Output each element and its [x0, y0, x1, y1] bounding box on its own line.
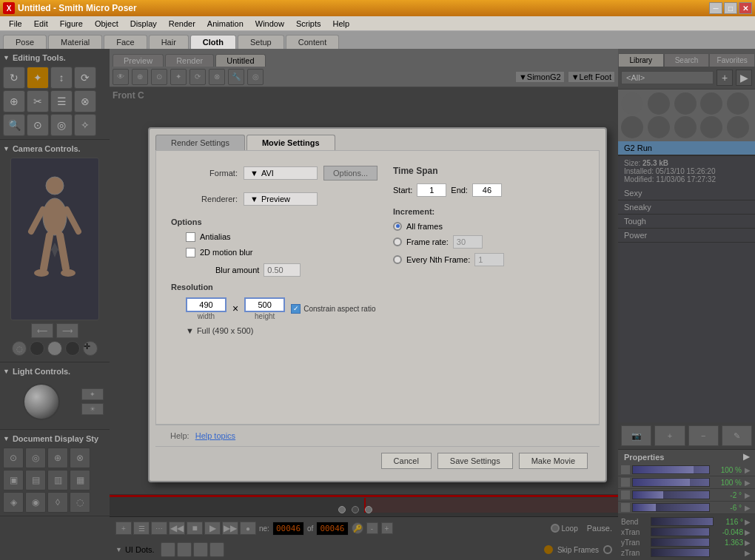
format-label: Format:: [171, 169, 238, 178]
options-section: Options Antialias 2D motion blur Blur am…: [171, 217, 386, 277]
height-input[interactable]: [244, 297, 285, 312]
menu-help[interactable]: Help: [327, 18, 356, 30]
menu-scripts[interactable]: Scripts: [290, 18, 327, 30]
end-label: End:: [451, 186, 468, 195]
tab-setup[interactable]: Setup: [238, 35, 284, 49]
width-label: width: [186, 312, 226, 320]
app-icon: X: [3, 2, 15, 14]
frame-rate-row: Frame rate:: [393, 235, 584, 249]
renderer-row: Renderer: ▼ Preview: [171, 192, 386, 206]
all-frames-label: All frames: [406, 222, 443, 231]
menu-figure[interactable]: Figure: [54, 18, 89, 30]
tab-hair[interactable]: Hair: [149, 35, 189, 49]
antialias-checkbox[interactable]: [186, 232, 195, 242]
render-settings-modal: Render Settings Movie Settings Format: ▼…: [148, 127, 607, 482]
increment-title: Increment:: [393, 207, 584, 216]
increment-section: Increment: All frames Frame rate:: [393, 207, 584, 266]
nth-frame-row: Every Nth Frame:: [393, 253, 584, 266]
help-label: Help:: [170, 431, 189, 440]
title-bar: X Untitled - Smith Micro Poser ─ □ ✕: [0, 0, 755, 16]
time-span-title: Time Span: [393, 166, 584, 176]
preset-arrow-icon: ▼: [186, 326, 194, 335]
tab-face[interactable]: Face: [104, 35, 147, 49]
nth-frame-label: Every Nth Frame:: [406, 255, 470, 264]
tab-material[interactable]: Material: [48, 35, 102, 49]
menu-animation[interactable]: Animation: [201, 18, 249, 30]
options-button[interactable]: Options...: [323, 166, 378, 181]
height-group: height: [244, 297, 285, 320]
format-dropdown[interactable]: ▼ AVI: [244, 166, 318, 180]
format-value: AVI: [261, 169, 274, 178]
frame-rate-radio[interactable]: [393, 237, 402, 246]
width-group: width: [186, 297, 226, 320]
antialias-label: Antialias: [200, 232, 231, 241]
blur-amount-input[interactable]: [264, 263, 301, 277]
preset-label: Full (490 x 500): [197, 326, 253, 335]
options-section-title: Options: [171, 217, 386, 226]
save-settings-button[interactable]: Save Settings: [437, 453, 513, 469]
start-input[interactable]: [417, 183, 446, 197]
all-frames-row: All frames: [393, 222, 584, 231]
blur-amount-label: Blur amount: [215, 266, 259, 274]
menu-window[interactable]: Window: [249, 18, 290, 30]
app-title: Untitled - Smith Micro Poser: [18, 3, 137, 13]
modal-tab-render-settings[interactable]: Render Settings: [155, 135, 245, 150]
maximize-button[interactable]: □: [724, 2, 737, 14]
resolution-inputs: width × height ✓ Constrain aspect ratio: [186, 297, 386, 320]
menu-bar: File Edit Figure Object Display Render A…: [0, 16, 755, 31]
modal-footer: Cancel Save Settings Make Movie: [155, 446, 600, 475]
renderer-dropdown[interactable]: ▼ Preview: [244, 192, 318, 206]
blur-amount-row: Blur amount: [215, 263, 386, 277]
menu-render[interactable]: Render: [163, 18, 201, 30]
times-icon: ×: [232, 303, 238, 314]
close-button[interactable]: ✕: [739, 2, 752, 14]
modal-body: Format: ▼ AVI Options... Renderer: ▼ Pre…: [155, 150, 600, 425]
tab-content[interactable]: Content: [286, 35, 340, 49]
antialias-row: Antialias: [186, 232, 386, 242]
modal-right-section: Time Span Start: End: Increment: All fra…: [393, 166, 584, 266]
nth-frame-input[interactable]: [474, 253, 504, 266]
motion-blur-label: 2D motion blur: [200, 248, 253, 257]
menu-display[interactable]: Display: [124, 18, 163, 30]
start-label: Start:: [393, 186, 412, 195]
width-input[interactable]: [186, 297, 226, 312]
frame-rate-input[interactable]: [453, 235, 483, 249]
menu-file[interactable]: File: [3, 18, 28, 30]
nth-frame-radio[interactable]: [393, 255, 402, 264]
renderer-arrow-icon: ▼: [250, 195, 258, 203]
format-arrow-icon: ▼: [250, 169, 258, 178]
modal-overlay: Render Settings Movie Settings Format: ▼…: [0, 49, 755, 560]
modal-tabs: Render Settings Movie Settings: [150, 129, 605, 150]
resolution-title: Resolution: [171, 283, 386, 291]
make-movie-button[interactable]: Make Movie: [519, 453, 588, 469]
resolution-preset[interactable]: ▼ Full (490 x 500): [186, 326, 386, 335]
cancel-button[interactable]: Cancel: [381, 453, 432, 469]
constrain-check[interactable]: ✓ Constrain aspect ratio: [291, 304, 375, 314]
constrain-label: Constrain aspect ratio: [303, 305, 375, 313]
modal-help-bar: Help: Help topics: [155, 425, 600, 446]
motion-blur-checkbox[interactable]: [186, 248, 195, 257]
all-frames-radio[interactable]: [393, 222, 402, 231]
main-tab-bar: Pose Material Face Hair Cloth Setup Cont…: [0, 31, 755, 49]
time-inputs: Start: End:: [393, 183, 584, 197]
resolution-section: Resolution width × height: [171, 283, 386, 335]
end-input[interactable]: [472, 183, 502, 197]
renderer-label: Renderer:: [171, 195, 238, 203]
main-layout: ▼ Editing Tools. ↻ ✦ ↕ ⟳ ⊕ ✂ ☰ ⊗ 🔍 ⊙ ◎ ✧…: [0, 49, 755, 560]
frame-rate-label: Frame rate:: [406, 237, 449, 246]
minimize-button[interactable]: ─: [709, 2, 722, 14]
constrain-checkbox[interactable]: ✓: [291, 304, 301, 314]
menu-edit[interactable]: Edit: [28, 18, 54, 30]
format-row: Format: ▼ AVI Options...: [171, 166, 386, 181]
height-label: height: [244, 312, 285, 320]
tab-pose[interactable]: Pose: [3, 35, 47, 49]
tab-cloth[interactable]: Cloth: [190, 35, 236, 49]
menu-object[interactable]: Object: [89, 18, 124, 30]
modal-tab-movie-settings[interactable]: Movie Settings: [246, 135, 335, 150]
help-link[interactable]: Help topics: [195, 431, 235, 440]
modal-left-section: Format: ▼ AVI Options... Renderer: ▼ Pre…: [171, 166, 386, 335]
motion-blur-row: 2D motion blur: [186, 248, 386, 257]
renderer-value: Preview: [261, 195, 290, 203]
